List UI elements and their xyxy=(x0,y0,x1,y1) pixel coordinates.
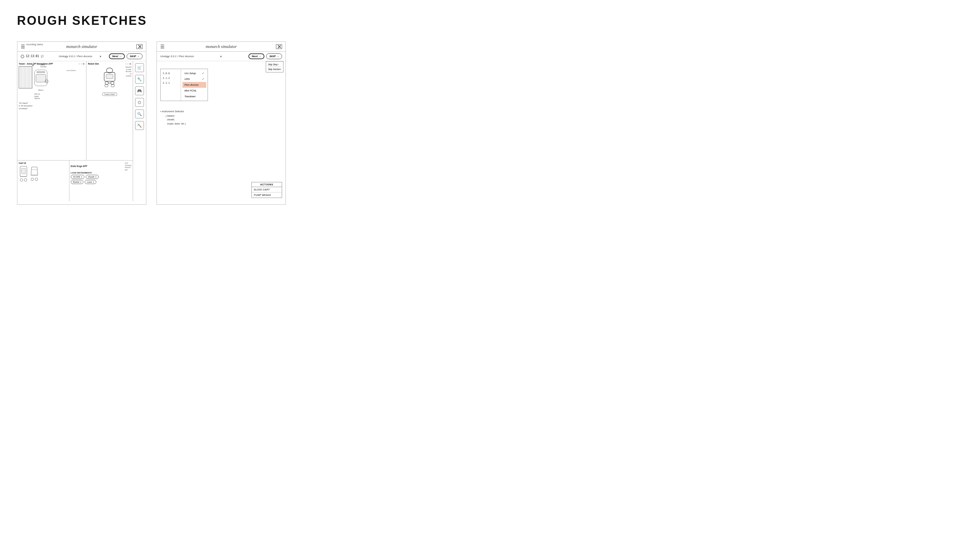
svg-point-15 xyxy=(35,178,38,181)
cart-figure-2 xyxy=(30,166,39,183)
endo-header-row: Endo Enge APP onlyShowingvelocitypart xyxy=(71,162,131,171)
menu-item-urs[interactable]: URS ✓ xyxy=(182,76,206,82)
robot-icon-1: ○ xyxy=(125,63,127,65)
dropdown-row-1: SCOPE ▾ Sheath ▾ xyxy=(71,175,131,179)
header-right xyxy=(137,44,143,49)
right-settings-icon[interactable] xyxy=(276,44,282,49)
cart-figure-1 xyxy=(19,166,28,183)
right-sketch-subheader: Urology 3.0.1 / Perc Access ▾ Next → SKI… xyxy=(157,52,285,61)
svg-point-14 xyxy=(31,178,34,181)
urs-check: ✓ xyxy=(202,78,204,81)
time-circle-icon xyxy=(21,55,24,58)
sheath-dropdown[interactable]: Sheath ▾ xyxy=(86,175,99,179)
skip-dropdown: Skip Step › Skip Section› xyxy=(266,61,283,73)
tower-icons-row: ○ ○ ⊕ xyxy=(79,63,85,65)
notes-bullet: • Instrument Selector xyxy=(160,109,282,114)
sketches-container: ☰ recording status monarch simulator 12:… xyxy=(17,41,473,205)
endo-panel: Endo Enge APP onlyShowingvelocitypart LO… xyxy=(69,160,133,202)
header-left: ☰ xyxy=(21,44,25,49)
menu-item-mini-pcnl[interactable]: Mini PCNL xyxy=(182,88,206,94)
left-next-button[interactable]: Next → xyxy=(109,53,125,59)
action-pump-brake[interactable]: PUMP BRAKE xyxy=(252,192,282,198)
scope-dropdown[interactable]: SCOPE ▾ xyxy=(71,175,84,179)
action-align-cart[interactable]: ALIGN CART xyxy=(252,187,282,192)
roll-in-box: › xyxy=(34,70,47,86)
right-sketch-title: monarch simulator xyxy=(205,44,237,49)
svg-point-10 xyxy=(24,179,27,181)
dropdown-arrow-icon[interactable]: ▾ xyxy=(100,55,102,58)
sidebar-icon-gamepad[interactable]: 🎮 xyxy=(135,86,144,95)
tower-box xyxy=(19,66,32,89)
sketch-main-area: Tower - Intva OP Navigation APP ○ ○ ⊕ ma… xyxy=(18,61,133,202)
roll-in-arrow[interactable]: › xyxy=(45,79,48,83)
left-skip-button[interactable]: SKIP → xyxy=(127,53,143,59)
scope-label: SCOPE xyxy=(73,176,80,178)
cart-panel: Cart UI xyxy=(18,160,69,202)
right-hamburger-icon[interactable]: ☰ xyxy=(160,44,165,49)
skip-step-option[interactable]: Skip Step › xyxy=(268,62,281,67)
dropdown-row-2: Basket ▾ Laser ▾ xyxy=(71,180,131,184)
version-1[interactable]: 3.0.0 xyxy=(163,71,179,76)
right-next-button[interactable]: Next → xyxy=(248,53,265,59)
settings-icon[interactable] xyxy=(137,44,143,49)
left-sketch-content: Tower - Intva OP Navigation APP ○ ○ ⊕ ma… xyxy=(18,61,146,202)
roll-in-area: makeSmaller ✕ › Roll in xyxy=(34,66,47,100)
cart-label: Cart UI xyxy=(19,162,68,164)
menu-versions: 3.0.0 2.1.2 2.1.1 xyxy=(161,69,181,101)
left-breadcrumb: Urology 3.0.1 / Perc Access xyxy=(59,55,92,58)
mini-pcnl-label: Mini PCNL xyxy=(185,89,197,92)
menu-row: 3.0.0 2.1.2 2.1.1 Uro Setup ✓ URS ✓ xyxy=(161,69,208,101)
robot-expand-note: Expandto viewfull setsofactions xyxy=(118,66,131,77)
bottom-panels: Cart UI xyxy=(18,160,133,202)
right-skip-button[interactable]: SKIP → xyxy=(266,53,282,59)
sidebar-icon-tools[interactable]: 🔧 xyxy=(135,75,144,84)
right-dropdown-arrow[interactable]: ▾ xyxy=(220,55,222,58)
gamepad-icon: 🎮 xyxy=(137,89,142,93)
menu-item-uro-setup[interactable]: Uro Setup ✓ xyxy=(182,70,206,76)
robot-panel: Robot Sim ○ ○ ⊕ xyxy=(86,61,133,160)
left-sketch-subheader: 12:13:01 💬 annotation Urology 3.0.1 / Pe… xyxy=(18,52,146,61)
learn-how-area: "Learn How" xyxy=(88,90,131,96)
hamburger-icon[interactable]: ☰ xyxy=(21,44,25,49)
menu-item-perc-access[interactable]: Perc Access xyxy=(182,82,206,88)
right-breadcrumb: Urology 3.0.1 / Perc Access xyxy=(160,55,194,58)
take-up-note: take uplargerSpaces xyxy=(34,93,47,100)
tower-sketch: makeSmaller ✕ › Roll in xyxy=(19,66,85,100)
laser-arrow: ▾ xyxy=(93,181,94,183)
menu-item-teardown[interactable]: Teardown xyxy=(182,94,206,99)
tools-icon: 🔧 xyxy=(137,77,142,82)
time-display: 12:13:01 xyxy=(26,55,39,58)
sidebar-icon-wrench[interactable]: 🔨 xyxy=(135,121,144,130)
laser-label: Laser xyxy=(87,181,92,183)
skip-step-label: Skip Step › xyxy=(268,63,279,66)
urs-label: URS xyxy=(185,78,190,81)
robot-icon-2: ○ xyxy=(127,63,129,65)
svg-point-9 xyxy=(20,179,23,181)
skip-section-label: Skip Section› xyxy=(268,68,281,70)
no-signal-note: "No Signal"or 3D animation/recording? xyxy=(19,102,85,110)
roll-in-screen xyxy=(36,74,46,82)
wrench-icon: 🔨 xyxy=(137,124,142,128)
left-sketch-header: ☰ recording status monarch simulator xyxy=(18,42,146,52)
uro-setup-label: Uro Setup xyxy=(185,72,196,75)
only-showing-note: onlyShowingvelocitypart xyxy=(125,162,131,171)
notes-area: • Instrument Selector ( basket, sheath, … xyxy=(160,109,282,126)
laser-dropdown[interactable]: Laser ▾ xyxy=(85,180,96,184)
skip-section-option[interactable]: Skip Section› xyxy=(268,67,281,71)
sidebar-icon-search[interactable]: 🔍 xyxy=(135,110,144,118)
version-3[interactable]: 2.1.1 xyxy=(163,81,179,86)
sidebar-icon-cart[interactable]: 🛒 xyxy=(135,63,144,72)
no-signal-area: "No Signal"or 3D animation/recording? xyxy=(19,102,85,110)
basket-dropdown[interactable]: Basket ▾ xyxy=(71,180,83,184)
make-smaller-note: makeSmaller xyxy=(40,64,47,68)
top-panels: Tower - Intva OP Navigation APP ○ ○ ⊕ ma… xyxy=(18,61,133,160)
chat-icon: 💬 xyxy=(41,55,44,58)
teardown-label: Teardown xyxy=(185,95,196,98)
left-sketch-frame: ☰ recording status monarch simulator 12:… xyxy=(17,41,146,205)
sidebar-icon-cube[interactable]: ⬡ xyxy=(135,98,144,107)
robot-svg xyxy=(101,67,118,89)
tower-icon-2: ○ xyxy=(81,63,82,65)
version-2[interactable]: 2.1.2 xyxy=(163,76,179,81)
tower-label: Tower - Intva OP Navigation APP xyxy=(19,63,85,65)
menu-panel: 3.0.0 2.1.2 2.1.1 Uro Setup ✓ URS ✓ xyxy=(160,69,208,101)
